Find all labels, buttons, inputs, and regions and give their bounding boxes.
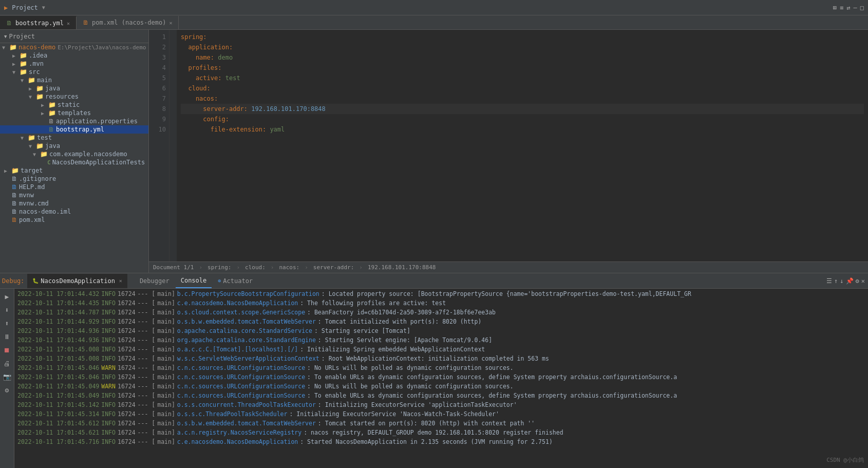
- action-icon-menu[interactable]: ☰: [826, 277, 832, 285]
- debug-app-tab[interactable]: 🐛 NacosDemoApplication ✕: [27, 274, 127, 288]
- log-pid: 16724: [118, 290, 136, 299]
- tree-test[interactable]: ▼ 📁 test: [0, 134, 148, 142]
- file-icon-iml: 🗎: [11, 208, 17, 215]
- print-icon[interactable]: 🖨: [2, 358, 13, 369]
- tree-gitignore[interactable]: 🗎 .gitignore: [0, 175, 148, 183]
- log-line: 2022-10-11 17:01:45.716INFO16724--- [mai…: [17, 438, 865, 447]
- code-line-7: nacos:: [181, 93, 864, 104]
- stop-icon[interactable]: ⏹: [2, 344, 13, 355]
- log-sep: --- [: [138, 373, 156, 382]
- log-level: INFO: [101, 438, 116, 447]
- file-icon-tests: C: [47, 159, 51, 166]
- main-area: ▼ Project ▼ 📁 nacos-demo E:\Project\Java…: [0, 30, 868, 273]
- log-timestamp: 2022-10-11 17:01:45.046: [17, 373, 99, 382]
- log-timestamp: 2022-10-11 17:01:45.008: [17, 354, 99, 364]
- log-pid: 16724: [118, 391, 136, 401]
- action-icon-down[interactable]: ↓: [840, 277, 843, 285]
- log-class: o.s.s.concurrent.ThreadPoolTaskExecutor: [177, 401, 316, 410]
- bottom-content: ▶ ⬇ ⬆ ⏸ ⏹ 🖨 📷 ⚙ 2022-10-11 17:01:44.432I…: [0, 289, 868, 468]
- log-line: 2022-10-11 17:01:45.621INFO16724--- [mai…: [17, 428, 865, 438]
- log-class: b.c.PropertySourceBootstrapConfiguration: [177, 290, 319, 299]
- step-over-icon[interactable]: ⬇: [2, 304, 13, 315]
- tree-mvn[interactable]: ▶ 📁 .mvn: [0, 60, 148, 68]
- log-line: 2022-10-11 17:01:44.936INFO16724--- [mai…: [17, 336, 865, 345]
- pause-icon[interactable]: ⏸: [2, 331, 13, 342]
- debug-app-close[interactable]: ✕: [119, 278, 122, 284]
- log-class: a.c.n.registry.NacosServiceRegistry: [177, 428, 301, 438]
- log-class: o.apache.catalina.core.StandardService: [177, 327, 312, 336]
- tab-label-bootstrap: bootstrap.yml: [15, 20, 64, 27]
- tree-nacos-iml[interactable]: 🗎 nacos-demo.iml: [0, 208, 148, 216]
- log-sep: --- [: [138, 428, 156, 438]
- camera-icon[interactable]: 📷: [2, 371, 13, 382]
- tree-app-properties[interactable]: 🗎 application.properties: [0, 117, 148, 125]
- console-output[interactable]: 2022-10-11 17:01:44.432INFO16724--- [mai…: [14, 289, 868, 468]
- log-sep: --- [: [138, 299, 156, 308]
- toolbar-icon-structure[interactable]: ⊞: [833, 4, 837, 11]
- tab-close-pom[interactable]: ✕: [169, 20, 172, 26]
- editor-area: 1 2 3 4 5 6 7 8 9 10 spring: application…: [149, 30, 868, 273]
- code-line-2: application:: [181, 42, 864, 52]
- tree-java-test[interactable]: ▼ 📁 java: [0, 142, 148, 150]
- log-message: : Initializing ExecutorService 'applicat…: [318, 401, 517, 410]
- breadcrumb-server-addr: server-addr:: [313, 264, 354, 271]
- tree-pom-xml[interactable]: 🗎 pom.xml: [0, 216, 148, 224]
- log-line: 2022-10-11 17:01:44.936INFO16724--- [mai…: [17, 327, 865, 336]
- log-class: o.s.s.c.ThreadPoolTaskScheduler: [177, 410, 288, 419]
- tab-pom[interactable]: 🗎 pom.xml (nacos-demo) ✕: [77, 16, 179, 29]
- tree-com-example[interactable]: ▼ 📁 com.example.nacosdemo: [0, 150, 148, 158]
- code-editor[interactable]: spring: application: name: demo profiles…: [177, 30, 868, 261]
- log-message: : Initializing ExecutorService 'Nacos-Wa…: [289, 410, 499, 419]
- tab-actuator[interactable]: ⊛ Actuator: [213, 274, 258, 288]
- tab-bootstrap[interactable]: 🗎 bootstrap.yml ✕: [0, 16, 77, 29]
- log-message: : Located property source: [BootstrapPro…: [322, 290, 691, 299]
- tree-mvnw-cmd[interactable]: 🗎 mvnw.cmd: [0, 199, 148, 208]
- tree-src[interactable]: ▼ 📁 src: [0, 68, 148, 76]
- breadcrumb-sep-1: ›: [199, 264, 202, 271]
- toolbar-icon-list[interactable]: ≡: [840, 4, 843, 11]
- tree-help[interactable]: 🗎 HELP.md: [0, 183, 148, 191]
- tab-console[interactable]: Console: [176, 274, 212, 288]
- tree-nacos-demo[interactable]: ▼ 📁 nacos-demo E:\Project\Java\nacos-dem…: [0, 43, 148, 51]
- log-line: 2022-10-11 17:01:45.049WARN16724--- [mai…: [17, 382, 865, 391]
- tree-mvnw[interactable]: 🗎 mvnw: [0, 191, 148, 199]
- action-icon-gear[interactable]: ⚙: [856, 277, 859, 285]
- folder-icon-src: 📁: [20, 68, 27, 76]
- folder-icon-test: 📁: [28, 134, 35, 141]
- log-thread: main]: [157, 354, 175, 364]
- resume-icon[interactable]: ▶: [2, 291, 13, 302]
- project-collapse-icon[interactable]: ▼: [4, 34, 7, 39]
- tree-idea[interactable]: ▶ 📁 .idea: [0, 51, 148, 60]
- tab-debugger[interactable]: Debugger: [135, 274, 175, 288]
- settings-icon[interactable]: ⚙: [2, 384, 13, 396]
- toolbar-icon-maximize[interactable]: □: [860, 4, 864, 11]
- tree-target[interactable]: ▶ 📁 target: [0, 166, 148, 175]
- tree-java-main[interactable]: ▶ 📁 java: [0, 84, 148, 92]
- tree-bootstrap-yml[interactable]: 🗎 bootstrap.yml: [0, 125, 148, 134]
- tree-templates[interactable]: ▶ 📁 templates: [0, 109, 148, 117]
- log-message: : nacos registry, DEFAULT_GROUP demo 192…: [304, 428, 563, 438]
- tree-resources[interactable]: ▼ 📁 resources: [0, 92, 148, 101]
- action-icon-close[interactable]: ✕: [861, 277, 865, 285]
- log-thread: main]: [157, 364, 175, 373]
- code-line-1: spring:: [181, 32, 864, 42]
- action-icon-pin[interactable]: 📌: [846, 277, 854, 285]
- action-icon-up[interactable]: ↑: [834, 277, 838, 285]
- breadcrumb-sep-4: ›: [305, 264, 308, 271]
- title-dropdown-icon[interactable]: ▼: [42, 5, 45, 10]
- folder-icon-resources: 📁: [36, 93, 44, 100]
- toolbar-icon-minimize[interactable]: —: [854, 4, 857, 11]
- toolbar-icon-swap[interactable]: ⇄: [846, 4, 850, 11]
- log-thread: main]: [157, 391, 175, 401]
- expand-icon-main: ▼: [21, 78, 28, 83]
- tree-static[interactable]: ▶ 📁 static: [0, 101, 148, 109]
- actuator-icon: ⊛: [218, 278, 221, 284]
- tab-close-bootstrap[interactable]: ✕: [67, 21, 70, 26]
- log-class: org.apache.catalina.core.StandardEngine: [177, 336, 316, 345]
- tree-nacos-tests[interactable]: C NacosDemoApplicationTests: [0, 158, 148, 166]
- log-line: 2022-10-11 17:01:44.787INFO16724--- [mai…: [17, 308, 865, 317]
- step-into-icon[interactable]: ⬆: [2, 317, 13, 329]
- bottom-panel-actions: ☰ ↑ ↓ 📌 ⚙ ✕: [826, 277, 868, 285]
- tree-main[interactable]: ▼ 📁 main: [0, 76, 148, 84]
- log-timestamp: 2022-10-11 17:01:44.929: [17, 317, 99, 327]
